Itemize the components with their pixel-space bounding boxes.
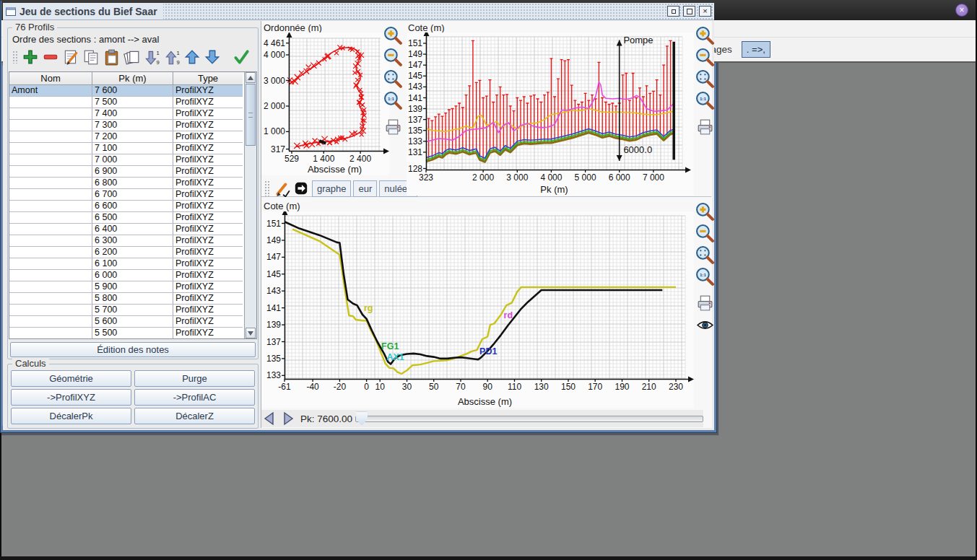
sections-order-text: Ordre des sections : amont --> aval	[12, 34, 159, 45]
calc-profilxyz-button[interactable]: ->ProfilXYZ	[11, 389, 131, 406]
cross-zoom-1-1-icon[interactable]: 1:1	[695, 267, 714, 286]
next-profile-button[interactable]	[280, 411, 296, 426]
svg-text:5 000: 5 000	[575, 172, 596, 183]
duplicate-icon[interactable]	[123, 48, 140, 66]
svg-text:rg: rg	[364, 303, 373, 313]
svg-text:1:1: 1:1	[388, 96, 395, 101]
table-row[interactable]: 6 500ProfilXYZ	[9, 212, 244, 224]
table-row[interactable]: 5 700ProfilXYZ	[9, 305, 244, 316]
move-up-icon[interactable]	[183, 48, 201, 66]
svg-text:151: 151	[408, 38, 422, 48]
sort-descending-icon[interactable]: 19	[143, 48, 160, 66]
svg-text:30: 30	[402, 382, 412, 392]
table-row[interactable]: 6 700ProfilXYZ	[9, 189, 244, 201]
table-row[interactable]: 7 500ProfilXYZ	[9, 97, 244, 108]
annotate-pencil-icon[interactable]	[274, 180, 291, 197]
remove-profile-icon[interactable]	[42, 48, 59, 66]
plan-zoom-fit-icon[interactable]	[383, 69, 403, 89]
svg-text:1 400: 1 400	[313, 154, 334, 164]
sections-maximize-button[interactable]	[683, 6, 695, 17]
pk-slider-bar: Pk: 7600.00	[261, 410, 703, 427]
table-row[interactable]: 7 400ProfilXYZ	[9, 108, 244, 120]
cross-zoom-fit-icon[interactable]	[695, 245, 714, 265]
calc-decalerpk-button[interactable]: DécalerPk	[11, 408, 131, 424]
plan-print-icon[interactable]	[383, 117, 403, 136]
table-row[interactable]: 7 200ProfilXYZ	[9, 131, 244, 143]
svg-text:4 461: 4 461	[264, 38, 285, 48]
sections-close-button[interactable]: ×	[699, 6, 711, 17]
pk-slider-thumb[interactable]	[356, 412, 368, 426]
table-row[interactable]: 7 100ProfilXYZ	[9, 143, 244, 154]
scrollbar-up-arrow[interactable]	[246, 72, 256, 83]
plan-zoom-in-icon[interactable]	[383, 26, 403, 45]
table-row[interactable]: 5 600ProfilXYZ	[9, 316, 244, 328]
table-row[interactable]: 5 800ProfilXYZ	[9, 293, 244, 305]
export-arrow-icon[interactable]	[294, 181, 308, 196]
svg-text:170: 170	[588, 382, 602, 392]
scrollbar-down-arrow[interactable]	[246, 328, 256, 338]
profiles-toolbar-handle[interactable]	[12, 51, 19, 64]
toolbar-overflow-chip[interactable]: . =>,	[742, 41, 770, 58]
cross-print-icon[interactable]	[695, 293, 714, 312]
table-row[interactable]: 6 300ProfilXYZ	[9, 235, 244, 247]
previous-profile-button[interactable]	[261, 411, 277, 426]
sections-titlebar[interactable]: Jeu de sections du Bief Saar ×	[3, 3, 714, 20]
copy-icon[interactable]	[82, 48, 100, 66]
svg-text:128: 128	[408, 164, 422, 174]
table-row[interactable]: 6 800ProfilXYZ	[9, 178, 244, 189]
long-chart-ylabel: Cote (m)	[408, 22, 445, 33]
table-row[interactable]: 6 000ProfilXYZ	[9, 270, 244, 281]
plan-view-chart[interactable]: 5291 4002 4004 4614 0003 0002 0001 00031…	[262, 32, 389, 175]
sort-ascending-icon[interactable]: 19	[163, 48, 181, 66]
plan-tabs-handle[interactable]	[264, 180, 271, 196]
cross-zoom-out-icon[interactable]	[695, 224, 714, 243]
calc-profilac-button[interactable]: ->ProfilAC	[134, 389, 255, 406]
cross-section-chart[interactable]: rgFG1AX1PD1rd-61-40-20010305070901101301…	[262, 211, 694, 408]
validate-icon[interactable]	[233, 48, 250, 66]
svg-text:9: 9	[177, 59, 180, 66]
profiles-scrollbar[interactable]	[244, 72, 256, 338]
pk-slider-track[interactable]	[355, 416, 703, 422]
svg-text:-40: -40	[306, 382, 319, 392]
cross-tools-column: 1:1	[695, 202, 714, 375]
table-row[interactable]: 5 500ProfilXYZ	[9, 328, 244, 339]
plan-zoom-out-icon[interactable]	[383, 48, 403, 67]
table-row[interactable]: 5 900ProfilXYZ	[9, 281, 244, 293]
paste-icon[interactable]	[103, 48, 120, 66]
tab-graphe[interactable]: graphe	[312, 180, 351, 197]
edit-profile-icon[interactable]	[62, 48, 79, 66]
table-row[interactable]: 6 900ProfilXYZ	[9, 166, 244, 178]
cross-zoom-in-icon[interactable]	[695, 202, 714, 222]
long-zoom-in-icon[interactable]	[695, 26, 714, 45]
table-row[interactable]: 7 000ProfilXYZ	[9, 154, 244, 166]
calc-decalerz-button[interactable]: DécalerZ	[134, 408, 255, 424]
profiles-table-header[interactable]: NomPk (m)Type	[9, 72, 244, 85]
long-tools-column: 1:1	[695, 26, 714, 178]
add-profile-icon[interactable]	[22, 48, 39, 66]
window-close-button[interactable]: ×	[955, 4, 968, 17]
table-row[interactable]: 6 100ProfilXYZ	[9, 258, 244, 270]
plan-zoom-1-1-icon[interactable]: 1:1	[383, 91, 403, 110]
tab-eur[interactable]: eur	[353, 180, 377, 197]
table-row[interactable]: 6 400ProfilXYZ	[9, 224, 244, 235]
long-print-icon[interactable]	[695, 117, 714, 136]
table-row[interactable]: Amont7 600ProfilXYZ	[9, 85, 244, 97]
scrollbar-thumb[interactable]	[246, 84, 256, 146]
long-zoom-fit-icon[interactable]	[695, 69, 714, 89]
calc-purge-button[interactable]: Purge	[134, 370, 255, 387]
table-row[interactable]: 6 600ProfilXYZ	[9, 201, 244, 212]
svg-text:143: 143	[266, 286, 281, 296]
table-row[interactable]: 6 200ProfilXYZ	[9, 247, 244, 258]
calc-geometrie-button[interactable]: Géométrie	[11, 370, 131, 387]
svg-text:139: 139	[408, 104, 422, 114]
edit-notes-button[interactable]: Édition des notes	[10, 342, 256, 357]
table-row[interactable]: 7 300ProfilXYZ	[9, 120, 244, 131]
long-zoom-1-1-icon[interactable]: 1:1	[695, 91, 714, 110]
longitudinal-chart[interactable]: Pompe6000.03232 0003 0004 0005 0006 0007…	[407, 32, 694, 196]
svg-text:10: 10	[375, 382, 386, 392]
sections-minimize-button[interactable]	[667, 6, 679, 17]
move-down-icon[interactable]	[204, 48, 221, 66]
visibility-eye-icon[interactable]	[695, 315, 714, 335]
long-zoom-out-icon[interactable]	[695, 48, 714, 67]
svg-text:1:1: 1:1	[700, 272, 707, 277]
